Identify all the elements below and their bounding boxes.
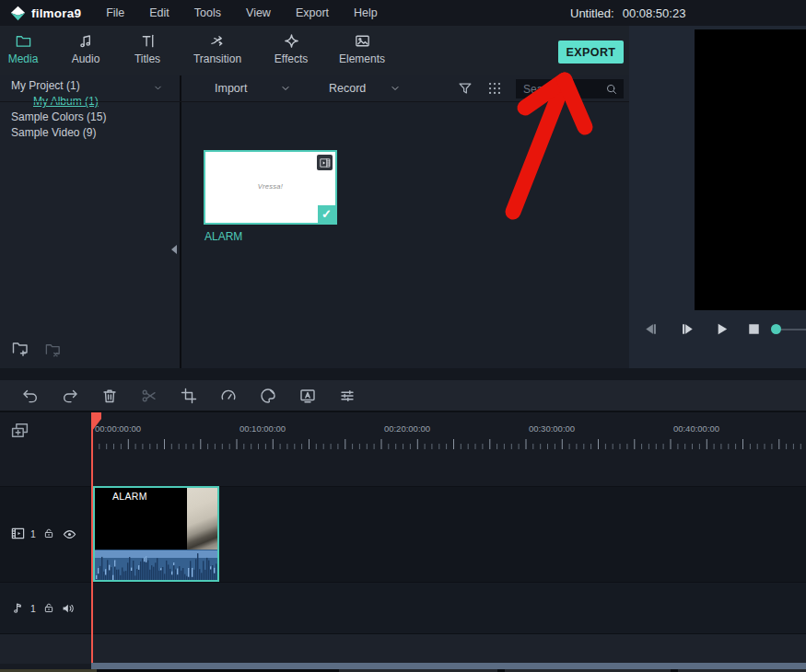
search-box bbox=[516, 79, 624, 98]
tab-transition[interactable]: Transition bbox=[179, 31, 256, 75]
video-type-icon bbox=[317, 155, 333, 170]
stop-icon[interactable] bbox=[745, 320, 763, 338]
divider bbox=[0, 101, 629, 102]
media-item-alarm[interactable]: Vressa! ✓ ALARM bbox=[204, 150, 337, 244]
menu-item-tools[interactable]: Tools bbox=[194, 6, 221, 19]
search-input[interactable] bbox=[516, 83, 605, 96]
speaker-icon[interactable] bbox=[61, 601, 76, 616]
filmora-window: filmora9 FileEditToolsViewExportHelp Unt… bbox=[0, 0, 806, 672]
logo-text: filmora9 bbox=[31, 6, 81, 20]
menu-items: FileEditToolsViewExportHelp bbox=[106, 6, 378, 19]
transition-icon bbox=[209, 31, 227, 50]
tab-label: Elements bbox=[339, 52, 385, 65]
sidebar-item-label: Sample Video (9) bbox=[11, 126, 97, 139]
import-button[interactable]: Import bbox=[215, 75, 291, 101]
record-button[interactable]: Record bbox=[329, 75, 401, 101]
tab-titles[interactable]: Titles bbox=[109, 31, 186, 75]
play-icon[interactable] bbox=[713, 320, 730, 338]
add-folder-icon[interactable] bbox=[11, 339, 29, 357]
menu-item-help[interactable]: Help bbox=[354, 6, 378, 19]
title-group: Untitled: 00:08:50:23 bbox=[570, 0, 685, 26]
video-track-icon bbox=[10, 526, 26, 541]
tab-elements[interactable]: Elements bbox=[323, 31, 401, 75]
preview-slider-handle[interactable] bbox=[771, 324, 781, 334]
edit-toolbar bbox=[0, 380, 806, 412]
media-thumbnail: Vressa! ✓ bbox=[204, 150, 337, 225]
selected-check-icon: ✓ bbox=[318, 205, 335, 223]
delete-folder-icon[interactable] bbox=[44, 341, 62, 358]
ruler-label: 00:30:00:00 bbox=[529, 423, 575, 434]
chevron-down-icon bbox=[280, 83, 291, 94]
speed-icon[interactable] bbox=[218, 386, 239, 406]
split-icon bbox=[139, 386, 159, 406]
ruler-label: 00:20:00:00 bbox=[384, 423, 430, 434]
menu-item-file[interactable]: File bbox=[106, 6, 124, 19]
delete-icon[interactable] bbox=[99, 386, 120, 406]
chevron-down-icon bbox=[390, 83, 401, 94]
lock-icon[interactable] bbox=[42, 601, 55, 614]
menu-item-edit[interactable]: Edit bbox=[149, 6, 169, 19]
lock-icon[interactable] bbox=[42, 527, 55, 539]
export-button[interactable]: EXPORT bbox=[558, 41, 624, 64]
text-edit-icon[interactable] bbox=[298, 386, 318, 406]
horizontal-scrollbar[interactable] bbox=[91, 663, 806, 669]
mixer-icon[interactable] bbox=[337, 386, 357, 406]
timeline-clip-alarm[interactable]: ALARM bbox=[93, 486, 219, 582]
sidebar-item-label: Sample Colors (15) bbox=[11, 110, 106, 123]
panel-collapse-icon[interactable] bbox=[171, 245, 177, 254]
menu-item-export[interactable]: Export bbox=[296, 6, 329, 19]
clip-audio-waveform bbox=[95, 550, 217, 580]
manage-tracks-icon[interactable] bbox=[10, 421, 29, 440]
sidebar-folder-actions bbox=[0, 339, 181, 361]
eye-icon[interactable] bbox=[62, 527, 77, 542]
sidebar-item-sample-colors-15[interactable]: Sample Colors (15) bbox=[0, 110, 180, 125]
media-library-panel: Media Audio Titles Transition Effects El… bbox=[0, 26, 629, 368]
clip-thumbnail bbox=[187, 488, 217, 550]
media-content: Import Record Vres bbox=[181, 75, 629, 368]
menu-bar: filmora9 FileEditToolsViewExportHelp Unt… bbox=[0, 0, 806, 26]
top-section: Media Audio Titles Transition Effects El… bbox=[0, 26, 806, 368]
tab-label: Effects bbox=[275, 52, 308, 65]
audio-track-icon bbox=[11, 600, 26, 615]
import-label: Import bbox=[215, 82, 247, 95]
undo-icon[interactable] bbox=[20, 386, 41, 406]
divider bbox=[0, 368, 806, 380]
playhead[interactable] bbox=[91, 412, 93, 664]
folder-icon bbox=[15, 31, 32, 50]
media-toolbar: Import Record bbox=[181, 75, 629, 102]
clip-video-section: ALARM bbox=[95, 488, 217, 550]
timeline: 00:00:00:0000:10:00:0000:20:00:0000:30:0… bbox=[0, 412, 806, 672]
timeline-bottom-area bbox=[0, 633, 806, 664]
search-icon[interactable] bbox=[605, 83, 618, 96]
project-title: Untitled: bbox=[570, 6, 614, 20]
filter-icon[interactable] bbox=[457, 80, 473, 97]
color-icon[interactable] bbox=[258, 386, 278, 406]
tab-bar: Media Audio Titles Transition Effects El… bbox=[0, 26, 629, 75]
titles-icon bbox=[139, 31, 157, 50]
redo-icon[interactable] bbox=[60, 386, 80, 406]
tab-label: Titles bbox=[134, 52, 160, 65]
sidebar-item-sample-video-9[interactable]: Sample Video (9) bbox=[0, 125, 180, 141]
sidebar-list: My Project (1)My Album (1)Sample Colors … bbox=[0, 75, 180, 141]
chevron-down-icon[interactable] bbox=[153, 83, 163, 93]
playback-controls bbox=[629, 310, 806, 349]
grid-view-icon[interactable] bbox=[486, 80, 503, 97]
media-item-name: ALARM bbox=[204, 230, 242, 243]
preview-video-area bbox=[695, 29, 806, 310]
clip-label: ALARM bbox=[112, 491, 147, 502]
effects-icon bbox=[283, 31, 300, 50]
next-frame-icon[interactable] bbox=[679, 320, 696, 338]
menu-item-view[interactable]: View bbox=[246, 6, 271, 19]
record-label: Record bbox=[329, 82, 366, 95]
preview-panel bbox=[629, 26, 806, 368]
audio-track-number: 1 bbox=[30, 603, 36, 614]
media-sidebar: My Project (1)My Album (1)Sample Colors … bbox=[0, 75, 181, 368]
playhead-handle[interactable] bbox=[91, 412, 106, 434]
tab-effects[interactable]: Effects bbox=[252, 31, 330, 75]
thumbnail-logo-text: Vressa! bbox=[205, 182, 335, 191]
tab-label: Media bbox=[8, 52, 39, 65]
sidebar-item-my-project-1[interactable]: My Project (1) bbox=[0, 78, 180, 94]
tab-label: Audio bbox=[72, 52, 100, 65]
crop-icon[interactable] bbox=[179, 386, 199, 406]
previous-frame-icon[interactable] bbox=[642, 320, 660, 338]
